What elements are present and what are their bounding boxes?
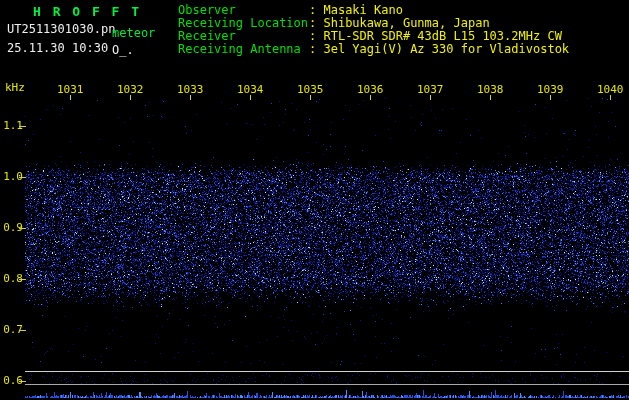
y-tick-label: 0.9 [2,222,23,233]
x-tick-label: 1040 [597,84,624,95]
x-tick-label: 1038 [477,84,504,95]
info-row: Receiving Antenna: 3el Yagi(V) Az 330 fo… [178,43,569,55]
info-label: Observer [178,4,309,16]
info-row: Receiver: RTL-SDR SDR# 43dB L15 103.2MHz… [178,30,562,42]
x-tick-label: 1034 [237,84,264,95]
station-info: Observer: Masaki Kano Receiving Location… [178,4,192,64]
info-colon: : [309,29,323,43]
hrofft-window: { "app": { "title": "H R O F F T", "file… [0,0,629,400]
info-row: Observer: Masaki Kano [178,4,403,16]
y-tick-label: 0.6 [2,375,23,386]
info-label: Receiving Antenna [178,43,309,55]
x-tick-label: 1039 [537,84,564,95]
observation-tag: meteor [112,27,155,39]
x-tick-label: 1033 [177,84,204,95]
image-filename: UT2511301030.pn [7,23,115,35]
date-time: 25.11.30 10:30 [7,42,108,54]
y-tick-label: 0.7 [2,324,23,335]
y-tick-label: 1.1 [2,120,23,131]
info-colon: : [309,42,323,56]
app-title: H R O F F T [33,5,141,18]
info-label: Receiving Location [178,17,309,29]
y-axis-unit-label: kHz [5,82,25,93]
info-colon: : [309,3,323,17]
y-tick-label: 0.8 [2,273,23,284]
x-tick-label: 1037 [417,84,444,95]
x-tick-label: 1031 [57,84,84,95]
info-value: Shibukawa, Gunma, Japan [323,16,489,30]
y-tick-label: 1.0 [2,171,23,182]
counter-text: O_. [112,44,134,56]
info-value: Masaki Kano [323,3,402,17]
x-tick-label: 1036 [357,84,384,95]
info-colon: : [309,16,323,30]
info-label: Receiver [178,30,309,42]
info-row: Receiving Location: Shibukawa, Gunma, Ja… [178,17,490,29]
x-tick-label: 1032 [117,84,144,95]
info-value: RTL-SDR SDR# 43dB L15 103.2MHz CW [323,29,561,43]
x-tick-label: 1035 [297,84,324,95]
info-value: 3el Yagi(V) Az 330 for Vladivostok [323,42,569,56]
spectrogram-canvas [0,0,629,400]
